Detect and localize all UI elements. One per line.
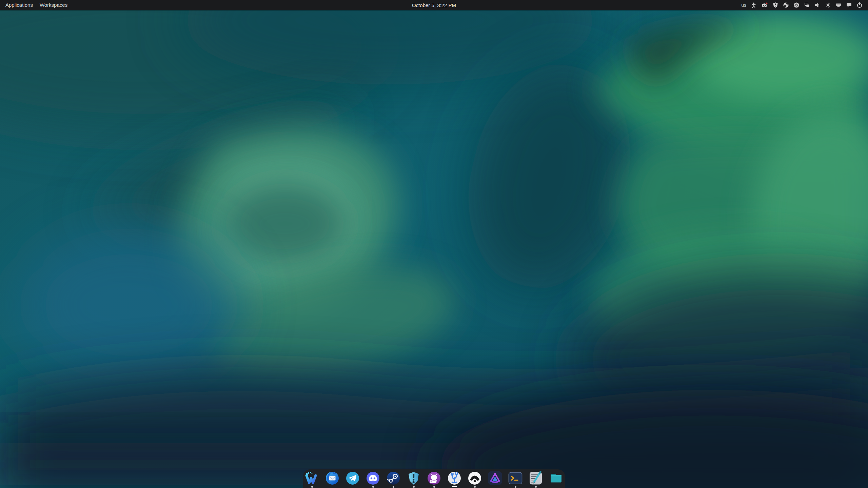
dock-item-coral-app[interactable] <box>447 471 462 487</box>
file-manager-folder-icon <box>549 471 564 486</box>
steam-tray-icon[interactable] <box>783 0 789 10</box>
thunderbird-mail-icon <box>325 471 340 486</box>
discord-tray-icon[interactable] <box>761 0 768 10</box>
shield-security-icon <box>406 471 421 486</box>
applications-menu[interactable]: Applications <box>2 0 36 10</box>
panel-menus: Applications Workspaces <box>0 0 71 10</box>
dock-item-jellyfin[interactable] <box>488 471 502 488</box>
gauge-app-tray-icon[interactable] <box>793 0 800 10</box>
clock-label[interactable]: October 5, 3:22 PM <box>412 2 456 8</box>
running-indicator <box>452 486 457 487</box>
power-icon[interactable] <box>856 0 863 10</box>
dock-item-telegram[interactable] <box>345 471 360 488</box>
dock-item-waterfox-browser[interactable] <box>304 471 319 488</box>
shield-alert-tray-icon[interactable] <box>772 0 778 10</box>
terminal-icon <box>508 471 523 486</box>
github-desktop-icon <box>427 471 441 486</box>
running-indicator <box>311 486 313 488</box>
text-editor-icon <box>528 471 543 486</box>
dock-item-terminal[interactable] <box>508 471 523 488</box>
dock-item-github-desktop[interactable] <box>427 471 441 488</box>
running-indicator <box>515 486 516 488</box>
running-indicator <box>393 486 394 488</box>
keyboard-layout-indicator[interactable]: us <box>741 0 746 10</box>
dock-item-file-manager[interactable] <box>549 471 564 488</box>
dock <box>303 469 565 488</box>
telegram-icon <box>345 471 360 486</box>
gauge-app-icon <box>467 471 482 486</box>
dock-item-gauge-app[interactable] <box>467 471 482 488</box>
notifications-icon[interactable] <box>846 0 852 10</box>
workspaces-menu[interactable]: Workspaces <box>36 0 71 10</box>
accessibility-icon[interactable] <box>751 0 757 10</box>
running-indicator <box>535 486 537 488</box>
running-indicator <box>372 486 374 488</box>
dock-item-shield-security-app[interactable] <box>406 471 421 488</box>
steam-icon <box>386 471 401 486</box>
running-indicator <box>413 486 415 488</box>
dock-item-thunderbird-mail[interactable] <box>325 471 340 488</box>
dock-item-text-editor[interactable] <box>528 471 543 488</box>
jellyfin-icon <box>488 471 502 486</box>
system-tray: us <box>741 0 868 10</box>
waterfox-browser-icon <box>304 471 319 486</box>
network-icon[interactable] <box>835 0 842 10</box>
bluetooth-icon[interactable] <box>825 0 831 10</box>
coral-app-icon <box>447 471 462 486</box>
running-indicator <box>474 486 476 488</box>
clock: October 5, 3:22 PM <box>0 2 868 8</box>
discord-icon <box>366 471 380 486</box>
desktop-wallpaper[interactable] <box>0 10 868 488</box>
dock-item-steam[interactable] <box>386 471 401 488</box>
running-indicator <box>433 486 435 488</box>
window-list-icon[interactable] <box>804 0 810 10</box>
top-panel: Applications Workspaces October 5, 3:22 … <box>0 0 868 10</box>
volume-icon[interactable] <box>814 0 821 10</box>
dock-item-discord[interactable] <box>366 471 380 488</box>
